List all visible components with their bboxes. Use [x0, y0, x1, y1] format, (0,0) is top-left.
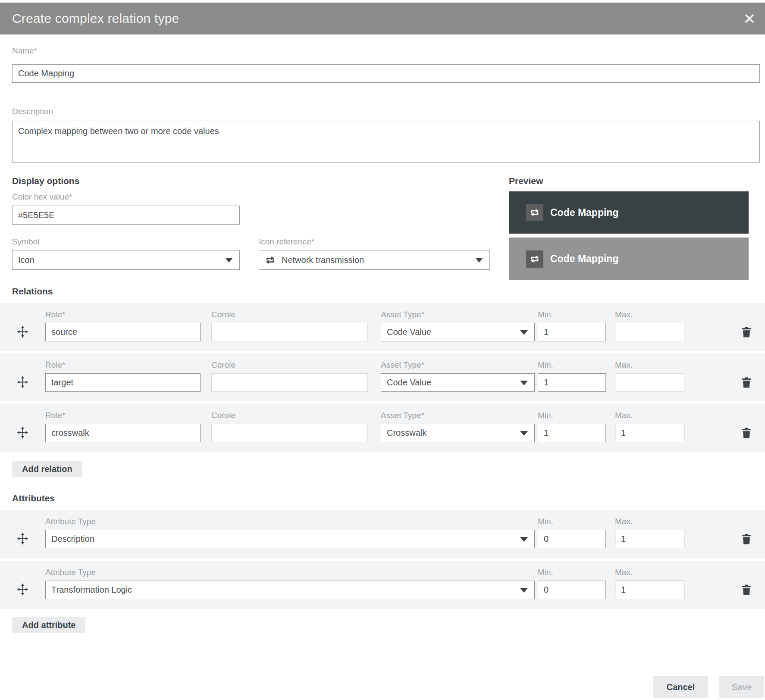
preview-card-dark: Code Mapping [509, 191, 749, 234]
preview-card-label: Code Mapping [550, 253, 618, 265]
attribute-type-label: Attribute Type [45, 516, 535, 527]
asset-type-label: Asset Type* [381, 410, 535, 421]
preview-card-gray: Code Mapping [509, 237, 749, 280]
role-input[interactable] [45, 424, 201, 442]
asset-type-select-value: Code Value [387, 378, 431, 388]
min-input[interactable] [538, 323, 606, 341]
attribute-type-select-value: Description [51, 534, 94, 544]
asset-type-select[interactable]: Crosswalk [381, 424, 535, 442]
min-input[interactable] [538, 373, 606, 392]
add-attribute-button[interactable]: Add attribute [12, 617, 85, 633]
min-label: Min. [538, 410, 606, 421]
min-label: Min. [538, 567, 606, 578]
chevron-down-icon [520, 330, 528, 335]
min-label: Min. [538, 360, 606, 370]
role-label: Role* [45, 410, 201, 421]
preview-icon-chip [526, 204, 543, 221]
save-button[interactable]: Save [719, 676, 764, 698]
close-icon [744, 13, 755, 24]
trash-icon [742, 327, 751, 338]
attribute-row: Attribute Type Transformation Logic Min.… [0, 561, 765, 609]
min-input[interactable] [538, 424, 606, 442]
max-label: Max. [615, 360, 684, 370]
name-label: Name* [12, 46, 37, 56]
display-options-heading: Display options [12, 176, 79, 186]
max-input[interactable] [615, 530, 684, 548]
max-label: Max. [615, 516, 684, 527]
role-input[interactable] [45, 373, 201, 392]
attribute-type-select-value: Transformation Logic [51, 585, 132, 595]
delete-relation-button[interactable] [739, 404, 754, 439]
corole-input[interactable] [211, 323, 368, 341]
min-input[interactable] [538, 581, 606, 599]
network-transmission-icon [530, 254, 540, 264]
asset-type-label: Asset Type* [381, 360, 535, 370]
icon-reference-select[interactable]: Network transmission [259, 250, 490, 270]
attributes-heading: Attributes [12, 493, 55, 503]
drag-handle[interactable] [0, 561, 45, 596]
chevron-down-icon [520, 381, 528, 385]
relation-row: Role* Corole Asset Type* Crosswalk Min. … [0, 404, 765, 452]
chevron-down-icon [520, 537, 528, 542]
trash-icon [742, 584, 751, 595]
max-input[interactable] [615, 323, 684, 341]
chevron-down-icon [475, 258, 483, 262]
move-icon [17, 532, 28, 545]
drag-handle[interactable] [0, 510, 45, 545]
asset-type-select[interactable]: Code Value [381, 373, 535, 392]
corole-input[interactable] [211, 424, 368, 442]
chevron-down-icon [520, 431, 528, 436]
name-input[interactable] [12, 64, 760, 83]
attribute-type-select[interactable]: Transformation Logic [45, 581, 535, 599]
move-icon [17, 325, 28, 338]
chevron-down-icon [520, 588, 528, 593]
drag-handle[interactable] [0, 404, 45, 439]
asset-type-select-value: Code Value [387, 327, 431, 337]
network-transmission-icon [265, 255, 276, 266]
max-input[interactable] [615, 373, 684, 392]
drag-handle[interactable] [0, 303, 45, 338]
close-button[interactable] [741, 10, 758, 27]
asset-type-label: Asset Type* [381, 309, 535, 320]
delete-relation-button[interactable] [739, 303, 754, 338]
attribute-type-select[interactable]: Description [45, 530, 535, 548]
relation-row: Role* Corole Asset Type* Code Value Min.… [0, 353, 765, 401]
move-icon [17, 583, 28, 596]
relations-heading: Relations [12, 286, 53, 297]
corole-label: Corole [211, 360, 368, 370]
trash-icon [742, 534, 751, 544]
icon-reference-select-value: Network transmission [282, 255, 364, 265]
relation-row: Role* Corole Asset Type* Code Value Min.… [0, 303, 765, 351]
color-hex-label: Color hex value* [12, 192, 72, 202]
delete-relation-button[interactable] [739, 353, 754, 388]
max-input[interactable] [615, 581, 684, 599]
color-hex-input[interactable] [12, 206, 240, 225]
attribute-row: Attribute Type Description Min. Max. [0, 510, 765, 558]
cancel-button[interactable]: Cancel [653, 676, 708, 698]
symbol-label: Symbol [12, 237, 39, 247]
trash-icon [742, 377, 751, 388]
role-input[interactable] [45, 323, 201, 341]
preview-card-label: Code Mapping [550, 207, 618, 219]
icon-reference-label: Icon reference* [259, 237, 314, 247]
dialog-title: Create complex relation type [12, 11, 179, 26]
trash-icon [742, 428, 751, 438]
symbol-select[interactable]: Icon [12, 250, 240, 270]
min-label: Min. [538, 516, 606, 527]
role-label: Role* [45, 309, 201, 320]
role-label: Role* [45, 360, 201, 370]
delete-attribute-button[interactable] [739, 510, 754, 545]
chevron-down-icon [225, 258, 233, 262]
preview-icon-chip [526, 250, 543, 268]
min-input[interactable] [538, 530, 606, 548]
delete-attribute-button[interactable] [739, 561, 754, 596]
min-label: Min. [538, 309, 606, 320]
max-label: Max. [615, 567, 684, 578]
corole-input[interactable] [211, 373, 368, 392]
max-input[interactable] [615, 424, 684, 442]
description-textarea[interactable] [12, 121, 760, 162]
add-relation-button[interactable]: Add relation [12, 461, 82, 477]
asset-type-select[interactable]: Code Value [381, 323, 535, 341]
max-label: Max. [615, 410, 684, 421]
drag-handle[interactable] [0, 353, 45, 388]
